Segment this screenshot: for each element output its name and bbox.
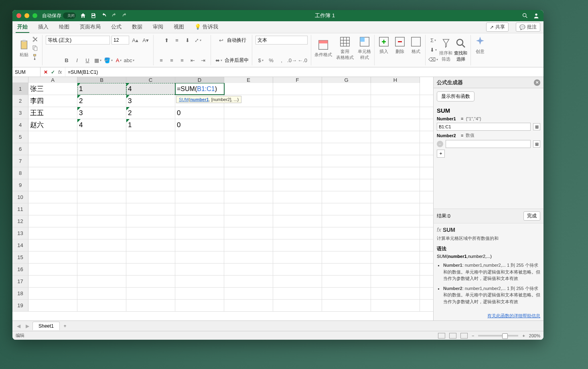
cell[interactable] <box>224 83 273 95</box>
border-button[interactable]: ▦ <box>93 56 102 65</box>
cell[interactable] <box>28 179 77 191</box>
cell[interactable] <box>28 227 77 239</box>
remove-arg-icon[interactable]: − <box>437 141 443 147</box>
cell[interactable] <box>224 239 273 251</box>
cell[interactable]: 1 <box>77 83 126 95</box>
percent-icon[interactable]: % <box>267 56 276 65</box>
save-icon[interactable] <box>90 12 97 19</box>
col-header-b[interactable]: B <box>77 77 126 83</box>
row-header[interactable]: 15 <box>12 251 28 263</box>
select-all-corner[interactable] <box>12 77 28 83</box>
sheet-nav-prev-icon[interactable]: ◀ <box>15 322 22 330</box>
cell[interactable] <box>28 300 77 311</box>
cell[interactable] <box>126 167 175 179</box>
cell[interactable] <box>273 288 322 299</box>
cell[interactable] <box>77 288 126 299</box>
comments-button[interactable]: 💬 批注 <box>516 22 540 32</box>
row-header[interactable]: 18 <box>12 288 28 299</box>
cell[interactable] <box>224 143 273 155</box>
cell[interactable]: 2 <box>126 107 175 119</box>
merge-button[interactable]: ⬌ <box>214 56 223 65</box>
cell[interactable] <box>224 131 273 143</box>
cell[interactable] <box>273 191 322 203</box>
panel-close-icon[interactable]: ✕ <box>534 79 540 86</box>
paste-icon[interactable] <box>18 39 30 51</box>
cell[interactable] <box>371 155 420 167</box>
formula-cancel-icon[interactable]: ✕ <box>44 69 48 75</box>
cell[interactable] <box>224 155 273 167</box>
col-header-c[interactable]: C <box>126 77 175 83</box>
cell[interactable] <box>371 227 420 239</box>
cell[interactable] <box>126 276 175 287</box>
cell[interactable] <box>371 179 420 191</box>
autosum-icon[interactable]: Σ <box>429 36 438 45</box>
cell[interactable] <box>371 167 420 179</box>
show-all-functions-button[interactable]: 显示所有函数 <box>437 91 474 101</box>
cell[interactable]: 王五 <box>28 107 77 119</box>
cell[interactable] <box>371 300 420 311</box>
fill-icon[interactable]: ⬇ <box>429 45 438 54</box>
cell[interactable] <box>28 276 77 287</box>
cell[interactable] <box>126 288 175 299</box>
row-header[interactable]: 1 <box>12 83 28 95</box>
indent-increase-icon[interactable]: ⇥ <box>199 56 207 65</box>
cell[interactable] <box>175 143 224 155</box>
cell[interactable] <box>224 191 273 203</box>
cell[interactable] <box>175 300 224 311</box>
name-box[interactable]: SUM <box>12 67 41 77</box>
tab-home[interactable]: 开始 <box>16 22 29 33</box>
cell[interactable] <box>77 276 126 287</box>
arg1-range-picker-icon[interactable]: ⊞ <box>533 123 540 130</box>
sheet-tab-1[interactable]: Sheet1 <box>32 322 60 330</box>
indent-decrease-icon[interactable]: ⇤ <box>188 56 197 65</box>
format-painter-icon[interactable] <box>32 53 39 61</box>
cell[interactable] <box>77 155 126 167</box>
add-arg-button[interactable]: + <box>437 150 445 158</box>
cell[interactable] <box>273 167 322 179</box>
wrap-text-button[interactable]: ↩ <box>217 36 225 45</box>
cell[interactable] <box>77 227 126 239</box>
col-header-d[interactable]: D <box>175 77 224 83</box>
cell[interactable] <box>224 276 273 287</box>
cell[interactable] <box>224 167 273 179</box>
cell[interactable] <box>126 131 175 143</box>
format-cells-icon[interactable] <box>410 36 422 48</box>
cell[interactable] <box>273 251 322 263</box>
cell[interactable] <box>322 264 371 275</box>
cell[interactable] <box>126 191 175 203</box>
cell[interactable] <box>175 167 224 179</box>
cell[interactable] <box>322 119 371 131</box>
cell-styles-icon[interactable] <box>359 36 371 48</box>
cell[interactable] <box>322 215 371 227</box>
cell[interactable] <box>28 203 77 215</box>
cell[interactable] <box>371 119 420 131</box>
view-page-break-icon[interactable] <box>460 333 468 339</box>
cell[interactable] <box>273 264 322 275</box>
align-left-icon[interactable]: ≡ <box>157 56 166 65</box>
align-right-icon[interactable]: ≡ <box>178 56 187 65</box>
formula-confirm-icon[interactable]: ✓ <box>51 69 55 75</box>
share-button[interactable]: ↗ 共享 <box>486 22 509 32</box>
cell[interactable] <box>28 167 77 179</box>
cell[interactable] <box>273 215 322 227</box>
sort-filter-icon[interactable] <box>440 37 452 49</box>
window-minimize[interactable] <box>24 13 29 18</box>
row-header[interactable]: 4 <box>12 119 28 131</box>
cell[interactable] <box>273 300 322 311</box>
col-header-h[interactable]: H <box>371 77 420 83</box>
tab-insert[interactable]: 插入 <box>36 22 50 33</box>
cell[interactable] <box>77 203 126 215</box>
cell[interactable] <box>77 264 126 275</box>
arg2-input[interactable] <box>446 140 531 148</box>
cell[interactable] <box>273 95 322 107</box>
row-header[interactable]: 16 <box>12 264 28 275</box>
align-center-icon[interactable]: ≡ <box>167 56 176 65</box>
cell[interactable] <box>28 288 77 299</box>
decrease-font-icon[interactable]: A▾ <box>141 36 150 45</box>
cell[interactable] <box>322 288 371 299</box>
cell[interactable] <box>322 131 371 143</box>
font-family-select[interactable] <box>46 36 110 45</box>
comma-icon[interactable]: , <box>277 56 286 65</box>
cell[interactable]: 李四 <box>28 95 77 107</box>
cell[interactable] <box>224 119 273 131</box>
